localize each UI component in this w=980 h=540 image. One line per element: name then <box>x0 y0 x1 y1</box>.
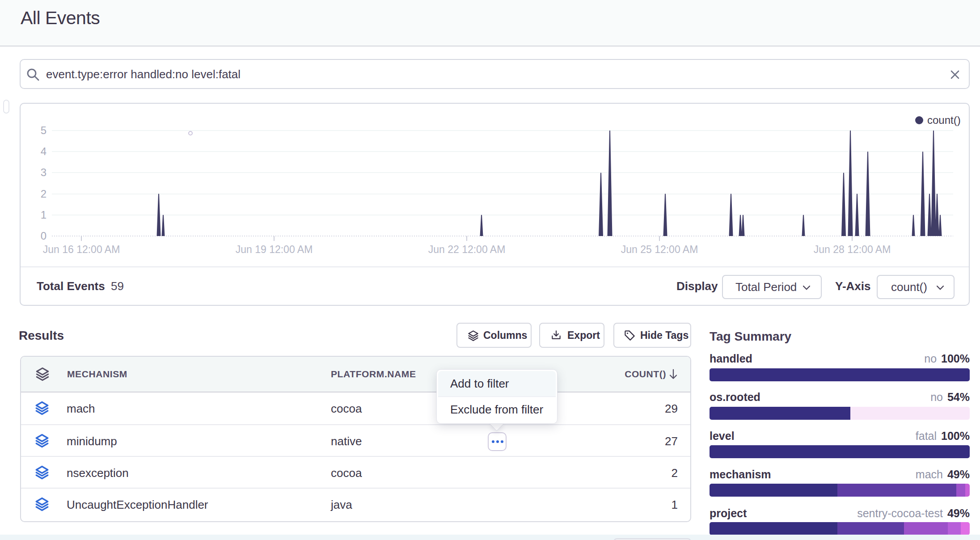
svg-text:Jun 19 12:00 AM: Jun 19 12:00 AM <box>236 244 313 255</box>
svg-text:count(): count() <box>927 114 961 126</box>
svg-text:1: 1 <box>41 209 46 221</box>
svg-text:5: 5 <box>41 124 46 136</box>
svg-text:Jun 16 12:00 AM: Jun 16 12:00 AM <box>43 244 120 255</box>
svg-text:Jun 28 12:00 AM: Jun 28 12:00 AM <box>814 244 891 255</box>
svg-text:3: 3 <box>41 166 46 178</box>
svg-text:0: 0 <box>41 230 46 242</box>
svg-text:Jun 25 12:00 AM: Jun 25 12:00 AM <box>621 244 698 255</box>
svg-text:2: 2 <box>41 188 46 200</box>
svg-text:Jun 22 12:00 AM: Jun 22 12:00 AM <box>428 244 506 255</box>
svg-text:4: 4 <box>41 145 46 157</box>
